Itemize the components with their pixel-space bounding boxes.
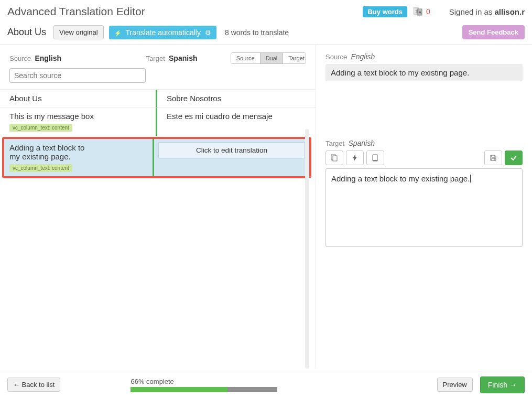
view-mode-target[interactable]: Target [283, 53, 306, 63]
bolt-icon [114, 28, 122, 37]
editor-text: Adding a text block to my existing page. [331, 174, 470, 183]
svg-text:A: A [419, 10, 421, 14]
svg-text:文: 文 [415, 9, 419, 13]
signed-in-prefix: Signed in as [449, 7, 495, 16]
source-label: Source [9, 55, 31, 62]
right-source-text: Adding a text block to my existing page. [325, 64, 523, 81]
right-source-header: Source English [325, 52, 523, 61]
source-column-header: Source English [9, 54, 146, 62]
header: Advanced Translation Editor Buy words 文A… [0, 0, 532, 45]
doc-count-value: 0 [426, 7, 430, 16]
view-original-button[interactable]: View original [53, 25, 103, 39]
translate-doc-icon: 文A [414, 7, 423, 16]
source-cell: About Us [0, 90, 156, 107]
view-mode-dual[interactable]: Dual [260, 53, 283, 63]
right-source-label: Source [325, 53, 347, 61]
svg-rect-5 [333, 156, 337, 161]
progress-fill [131, 387, 227, 392]
signed-in-user: allison.r [494, 7, 525, 16]
left-pane: Source English Target Spanish Source Dua… [0, 45, 316, 369]
book-icon [372, 154, 379, 162]
header-sub: About Us View original Translate automat… [0, 22, 532, 45]
target-cell: Este es mi cuadro de mensaje [157, 107, 316, 136]
source-cell: Adding a text block to my existing page.… [4, 139, 153, 176]
buy-words-button[interactable]: Buy words [363, 6, 407, 17]
right-target-label: Target [325, 139, 344, 147]
app-title: Advanced Translation Editor [7, 5, 145, 18]
scrollbar[interactable] [305, 129, 309, 369]
signed-in: Signed in as allison.r [449, 7, 525, 16]
save-icon [490, 154, 497, 162]
copy-icon [331, 154, 338, 162]
table-row[interactable]: This is my message box vc_column_text: c… [0, 107, 316, 136]
translate-automatically-label: Translate automatically [126, 28, 201, 37]
check-icon [510, 154, 517, 162]
right-target-header: Target Spanish [325, 139, 523, 147]
source-cell: This is my message box vc_column_text: c… [0, 107, 156, 136]
preview-button[interactable]: Preview [437, 378, 473, 392]
back-to-list-button[interactable]: ← Back to list [7, 378, 60, 392]
click-to-edit[interactable]: Click to edit translation [158, 142, 305, 158]
text-caret [470, 174, 471, 183]
target-lang: Spanish [169, 54, 197, 62]
source-text: This is my message box [9, 112, 94, 121]
finish-button[interactable]: Finish → [480, 377, 525, 393]
progress: 66% complete [131, 378, 277, 392]
column-headers: Source English Target Spanish Source Dua… [0, 45, 316, 68]
right-target-lang: Spanish [348, 139, 375, 147]
target-cell: Sobre Nosotros [157, 90, 316, 107]
doc-title: About Us [7, 27, 46, 38]
source-lang: English [35, 54, 61, 62]
copy-source-button[interactable] [325, 150, 343, 165]
table-row[interactable]: About Us Sobre Nosotros [0, 89, 316, 107]
translation-editor[interactable]: Adding a text block to my existing page. [325, 168, 523, 247]
bolt-icon [352, 154, 357, 162]
target-label: Target [146, 55, 165, 62]
search-wrap [0, 68, 316, 89]
machine-translate-button[interactable] [346, 150, 364, 165]
send-feedback-button[interactable]: Send Feedback [462, 25, 525, 39]
editor-toolbar [325, 150, 523, 165]
footer: ← Back to list 66% complete Preview Fini… [0, 371, 532, 398]
doc-count: 文A 0 [414, 7, 430, 16]
view-mode-source[interactable]: Source [231, 53, 260, 63]
save-button[interactable] [484, 150, 502, 165]
header-top: Advanced Translation Editor Buy words 文A… [0, 0, 532, 22]
words-to-translate: 8 words to translate [225, 28, 289, 37]
source-text: About Us [9, 94, 42, 103]
progress-bar [131, 387, 277, 392]
source-text: Adding a text block to my existing page. [9, 143, 88, 161]
right-source-lang: English [351, 52, 375, 61]
field-tag: vc_column_text: content [9, 124, 72, 132]
search-input[interactable] [9, 68, 146, 83]
translate-automatically-button[interactable]: Translate automatically [109, 26, 216, 39]
target-column-header: Target Spanish [146, 54, 231, 62]
progress-remaining [227, 387, 277, 392]
right-pane: Source English Adding a text block to my… [316, 45, 532, 369]
target-cell: Click to edit translation [154, 139, 309, 176]
glossary-button[interactable] [366, 150, 384, 165]
gear-icon [205, 28, 211, 37]
main: Source English Target Spanish Source Dua… [0, 45, 532, 369]
progress-label: 66% complete [131, 378, 277, 385]
field-tag: vc_column_text: content [9, 164, 72, 172]
confirm-button[interactable] [505, 150, 523, 165]
table-row-selected[interactable]: Adding a text block to my existing page.… [2, 137, 311, 178]
view-toggle: Source Dual Target [231, 52, 306, 64]
rows: About Us Sobre Nosotros This is my messa… [0, 89, 316, 178]
